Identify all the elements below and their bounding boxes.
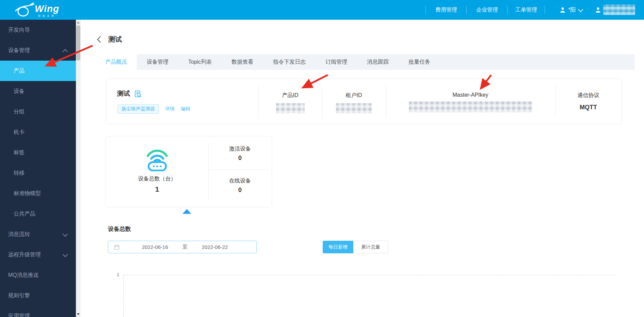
user-icon (560, 7, 566, 13)
field-protocol: 通信协议 MQTT (555, 92, 622, 111)
device-wifi-icon (144, 146, 171, 171)
tab-data-view[interactable]: 数据查看 (222, 54, 263, 70)
user-menu[interactable]: *阳 (552, 0, 590, 20)
sidebar-item-tag[interactable]: 标签 (0, 142, 76, 163)
product-info-card: 测试 扬尘噪声监测器 详情 编辑 产品ID 租户ID Ma (106, 79, 622, 124)
user-name: *阳 (568, 6, 576, 14)
masked-tenant-id-value (336, 103, 372, 113)
masked-product-id-value (276, 103, 305, 113)
sidebar-item-mq-push[interactable]: MQ消息推送 (0, 265, 76, 285)
calendar-icon (114, 244, 119, 250)
sidebar-item-label: 分组 (14, 108, 25, 115)
sidebar-item-label: 公共产品 (14, 210, 35, 218)
field-label: 产品ID (258, 92, 322, 99)
device-stats-card[interactable]: 设备总数（台） 1 激活设备 0 在线设备 0 (106, 136, 272, 207)
top-header: Wing 智联未来 费用管理 企业管理 工单管理 *阳 (0, 0, 644, 20)
field-label: 租户ID (322, 92, 386, 99)
sidebar-item-label: 产品 (14, 67, 25, 75)
field-label: 通信协议 (555, 92, 622, 99)
sidebar-item-label: 应用管理 (8, 313, 30, 317)
account-icon (595, 7, 601, 13)
end-date-value[interactable]: 2022-06-22 (202, 244, 228, 250)
nav-fee-management[interactable]: 费用管理 (428, 0, 464, 20)
sidebar-item-label: 设备管理 (8, 47, 30, 54)
date-range-picker[interactable]: 2022-06-16 至 2022-06-22 (108, 241, 257, 253)
sidebar-item-standard-model[interactable]: 标准物模型 (0, 183, 76, 204)
sidebar-item-group[interactable]: 分组 (0, 101, 76, 122)
sidebar-item-public-product[interactable]: 公共产品 (0, 204, 76, 224)
sidebar-item-app-management[interactable]: 应用管理 (0, 306, 76, 317)
sidebar-item-label: 转移 (14, 170, 25, 177)
sidebar-item-label: 规则引擎 (8, 292, 30, 299)
field-product-id: 产品ID (258, 92, 322, 113)
sidebar-item-remote-upgrade[interactable]: 远程升级管理 (0, 244, 76, 265)
online-label: 在线设备 (208, 177, 272, 185)
activated-device-block: 激活设备 0 (208, 145, 272, 162)
section-title: 设备总数 (108, 225, 131, 233)
logo-swoosh-icon (14, 1, 35, 18)
sidebar-item-product[interactable]: 产品 (0, 61, 76, 81)
nav-workorder-management[interactable]: 工单管理 (510, 0, 543, 20)
daily-new-button[interactable]: 每日新增 (323, 241, 353, 253)
scroll-up-icon[interactable] (77, 21, 80, 23)
sidebar-item-dev-wizard[interactable]: 开发向导 (0, 20, 76, 40)
sidebar-item-label: 开发向导 (8, 27, 30, 34)
app-window: Wing 智联未来 费用管理 企业管理 工单管理 *阳 (0, 0, 644, 317)
edit-link[interactable]: 编辑 (181, 106, 190, 112)
tab-subscription[interactable]: 订阅管理 (316, 54, 357, 70)
cumulative-total-button[interactable]: 累计总量 (353, 241, 388, 253)
logo-text: Wing (35, 4, 59, 14)
date-separator: 至 (182, 244, 188, 250)
tab-device-management[interactable]: 设备管理 (137, 54, 178, 70)
card-divider (208, 170, 268, 170)
header-divider (545, 6, 545, 14)
activated-label: 激活设备 (208, 145, 272, 153)
online-device-block: 在线设备 0 (208, 177, 272, 194)
sidebar-item-label: 标准物模型 (14, 190, 41, 197)
chart-gridline-horizontal (123, 275, 616, 275)
device-total-label: 设备总数（台） (106, 175, 208, 183)
sidebar-scrollbar[interactable] (76, 20, 81, 317)
annotation-arrows (0, 0, 644, 317)
page-title-row: 测试 (98, 35, 122, 44)
sidebar-item-label: 机卡 (14, 129, 25, 136)
sidebar-item-transfer[interactable]: 转移 (0, 163, 76, 183)
tab-topic-list[interactable]: Topic列表 (178, 54, 222, 70)
tab-command-log[interactable]: 指令下发日志 (263, 54, 316, 70)
header-divider (466, 6, 467, 14)
ctwing-logo[interactable]: Wing 智联未来 (14, 1, 59, 18)
back-button[interactable] (97, 36, 104, 43)
start-date-value[interactable]: 2022-06-16 (142, 244, 168, 250)
sidebar-item-rule-engine[interactable]: 规则引擎 (0, 285, 76, 306)
page-title: 测试 (108, 35, 122, 44)
protocol-value: MQTT (555, 104, 622, 111)
masked-account-number (603, 4, 635, 15)
scroll-down-icon[interactable] (77, 313, 80, 315)
sidebar-item-label: 远程升级管理 (8, 251, 41, 258)
tab-batch-task[interactable]: 批量任务 (399, 54, 440, 70)
sidebar-item-device-management[interactable]: 设备管理 (0, 40, 76, 61)
sidebar-item-message-flow[interactable]: 消息流转 (0, 224, 76, 244)
nav-enterprise-management[interactable]: 企业管理 (469, 0, 505, 20)
sidebar-item-sim-card[interactable]: 机卡 (0, 122, 76, 142)
online-value: 0 (208, 187, 272, 194)
field-tenant-id: 租户ID (322, 92, 386, 113)
device-total-block: 设备总数（台） 1 (106, 137, 208, 207)
tab-message-trace[interactable]: 消息跟踪 (357, 54, 399, 70)
chevron-down-icon (578, 7, 583, 12)
view-log-icon[interactable] (134, 90, 142, 98)
chart-mode-toggle: 每日新增 累计总量 (323, 241, 388, 253)
product-name: 测试 (117, 89, 130, 98)
detail-link[interactable]: 详情 (165, 106, 175, 112)
field-label: Master-APIkey (386, 92, 555, 98)
sidebar-item-device[interactable]: 设备 (0, 81, 76, 101)
sidebar-item-label: 标签 (14, 149, 25, 156)
sidebar-nav: 开发向导 设备管理 产品 设备 分组 机卡 标签 转移 标准物模型 公共产品 (0, 20, 76, 317)
chevron-up-icon (63, 49, 68, 54)
chevron-down-icon (63, 252, 68, 257)
scrollbar-thumb[interactable] (76, 25, 80, 61)
product-type-tag: 扬尘噪声监测器 (117, 104, 159, 114)
logo-subtitle: 智联未来 (35, 14, 59, 18)
sidebar-item-label: 消息流转 (8, 231, 30, 238)
tab-product-overview[interactable]: 产品概况 (95, 54, 137, 70)
